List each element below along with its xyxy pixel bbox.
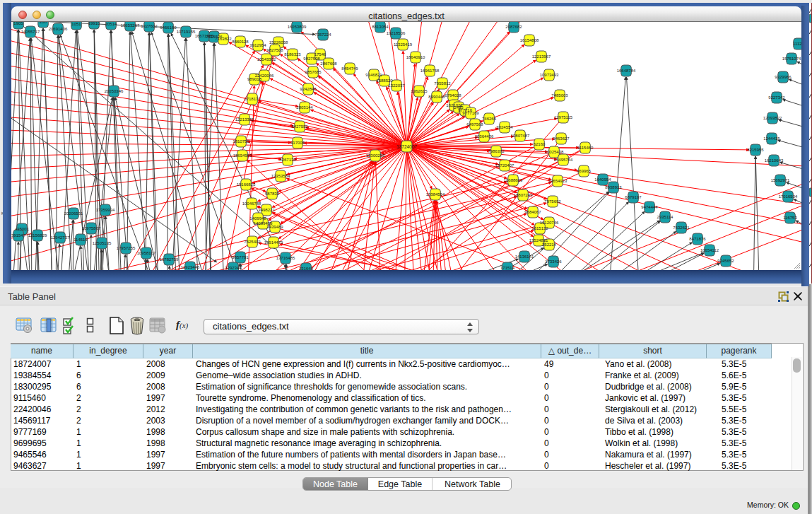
svg-text:9684067: 9684067 bbox=[524, 210, 541, 214]
svg-text:15751074: 15751074 bbox=[782, 57, 801, 61]
svg-text:989018: 989018 bbox=[247, 77, 262, 81]
svg-text:8660128: 8660128 bbox=[232, 40, 249, 44]
svg-text:12213967: 12213967 bbox=[532, 54, 551, 59]
svg-text:587833: 587833 bbox=[265, 192, 280, 196]
svg-text:11325419: 11325419 bbox=[394, 42, 413, 47]
svg-text:19166825: 19166825 bbox=[237, 182, 256, 187]
svg-text:13716485: 13716485 bbox=[276, 256, 295, 260]
svg-text:3912954: 3912954 bbox=[249, 43, 266, 47]
svg-text:8990448: 8990448 bbox=[428, 95, 445, 99]
svg-text:9329966: 9329966 bbox=[775, 75, 792, 79]
svg-text:10807487: 10807487 bbox=[511, 134, 530, 138]
svg-text:16154808: 16154808 bbox=[520, 38, 539, 42]
svg-text:2087682: 2087682 bbox=[505, 25, 522, 29]
svg-text:6497568: 6497568 bbox=[466, 122, 483, 127]
svg-text:9857791: 9857791 bbox=[232, 255, 249, 259]
svg-text:8454749: 8454749 bbox=[341, 66, 358, 71]
svg-text:1810755: 1810755 bbox=[233, 139, 249, 144]
svg-text:17359934: 17359934 bbox=[96, 208, 115, 212]
svg-text:435001: 435001 bbox=[15, 227, 30, 231]
svg-text:10975867: 10975867 bbox=[82, 226, 101, 230]
svg-text:746266: 746266 bbox=[482, 117, 497, 121]
svg-text:9777169: 9777169 bbox=[462, 111, 479, 115]
svg-text:10688609: 10688609 bbox=[504, 178, 523, 182]
svg-text:2803144: 2803144 bbox=[296, 105, 313, 110]
svg-text:7955812: 7955812 bbox=[434, 81, 451, 86]
svg-text:15692971: 15692971 bbox=[771, 178, 790, 182]
svg-text:10653267: 10653267 bbox=[121, 23, 140, 28]
svg-text:8813054: 8813054 bbox=[372, 25, 389, 29]
svg-text:2867608: 2867608 bbox=[320, 62, 337, 66]
svg-text:17016504: 17016504 bbox=[779, 194, 798, 199]
svg-text:17546: 17546 bbox=[314, 52, 326, 57]
svg-text:9463627: 9463627 bbox=[553, 136, 570, 141]
svg-text:6794028: 6794028 bbox=[445, 93, 461, 98]
svg-text:1362615: 1362615 bbox=[411, 89, 428, 93]
svg-text:9115460: 9115460 bbox=[577, 146, 594, 150]
svg-text:8938913: 8938913 bbox=[605, 185, 622, 189]
svg-text:16961758: 16961758 bbox=[420, 69, 440, 73]
svg-text:15226058: 15226058 bbox=[269, 40, 288, 45]
svg-text:8471876: 8471876 bbox=[689, 237, 706, 241]
svg-text:20514: 20514 bbox=[105, 22, 117, 26]
svg-text:116753: 116753 bbox=[783, 216, 797, 220]
svg-text:2718170: 2718170 bbox=[244, 97, 261, 101]
svg-text:7625402: 7625402 bbox=[244, 240, 261, 244]
svg-text:12942737: 12942737 bbox=[51, 235, 70, 240]
svg-text:16053809: 16053809 bbox=[288, 25, 307, 29]
svg-text:9474444: 9474444 bbox=[641, 205, 658, 209]
svg-text:12975115: 12975115 bbox=[554, 115, 573, 119]
svg-text:9227342: 9227342 bbox=[768, 95, 785, 100]
svg-text:16648784: 16648784 bbox=[617, 69, 636, 73]
svg-text:11124: 11124 bbox=[793, 42, 801, 46]
svg-text:12156829: 12156829 bbox=[28, 233, 47, 238]
svg-text:3498222: 3498222 bbox=[258, 208, 275, 212]
svg-text:9827508: 9827508 bbox=[303, 57, 320, 61]
svg-text:1292344: 1292344 bbox=[225, 266, 242, 270]
svg-text:19654923: 19654923 bbox=[548, 179, 567, 183]
svg-text:8427552: 8427552 bbox=[291, 124, 308, 129]
svg-text:3439489: 3439489 bbox=[266, 225, 283, 229]
svg-text:12923446: 12923446 bbox=[181, 265, 200, 269]
svg-text:18654983: 18654983 bbox=[233, 153, 252, 158]
svg-text:1244415: 1244415 bbox=[763, 136, 780, 141]
svg-text:114519: 114519 bbox=[73, 238, 88, 242]
svg-text:7357224: 7357224 bbox=[314, 33, 331, 37]
svg-text:9146821: 9146821 bbox=[365, 73, 382, 77]
svg-text:7986372: 7986372 bbox=[488, 149, 505, 153]
svg-text:12505135: 12505135 bbox=[93, 241, 112, 245]
svg-text:9827508: 9827508 bbox=[266, 48, 283, 52]
svg-text:1327602: 1327602 bbox=[141, 24, 158, 28]
svg-text:252214: 252214 bbox=[542, 243, 557, 247]
svg-text:62160: 62160 bbox=[534, 142, 546, 146]
svg-text:1409948: 1409948 bbox=[249, 216, 266, 221]
svg-text:9857685: 9857685 bbox=[305, 70, 322, 74]
svg-text:20053346: 20053346 bbox=[105, 89, 124, 93]
svg-text:1051: 1051 bbox=[71, 22, 81, 26]
svg-text:17957255: 17957255 bbox=[117, 246, 136, 250]
svg-text:669965: 669965 bbox=[577, 169, 592, 173]
svg-text:6466160: 6466160 bbox=[160, 25, 177, 30]
svg-text:20206531: 20206531 bbox=[64, 211, 83, 216]
svg-text:391547: 391547 bbox=[11, 233, 26, 238]
svg-text:7975692: 7975692 bbox=[544, 199, 561, 204]
svg-text:10046788: 10046788 bbox=[242, 201, 261, 206]
svg-text:10958107: 10958107 bbox=[137, 251, 156, 255]
svg-text:15720407: 15720407 bbox=[495, 163, 514, 168]
svg-text:208: 208 bbox=[40, 22, 47, 24]
svg-text:8215955: 8215955 bbox=[747, 148, 764, 152]
svg-text:1905: 1905 bbox=[13, 22, 23, 25]
svg-text:16210643: 16210643 bbox=[765, 158, 784, 163]
svg-text:14055717: 14055717 bbox=[21, 30, 40, 34]
svg-text:15495764: 15495764 bbox=[554, 158, 573, 162]
svg-text:6879197: 6879197 bbox=[625, 195, 642, 199]
svg-text:16914479: 16914479 bbox=[264, 240, 283, 245]
svg-text:417006: 417006 bbox=[290, 141, 305, 145]
svg-text:12093822: 12093822 bbox=[763, 116, 782, 120]
svg-text:10719155: 10719155 bbox=[177, 30, 196, 34]
svg-text:16120746: 16120746 bbox=[540, 221, 559, 225]
svg-text:16782759: 16782759 bbox=[160, 257, 179, 262]
svg-text:2935114: 2935114 bbox=[657, 215, 674, 219]
svg-text:8267130: 8267130 bbox=[279, 158, 296, 162]
svg-text:1640954: 1640954 bbox=[594, 177, 611, 182]
